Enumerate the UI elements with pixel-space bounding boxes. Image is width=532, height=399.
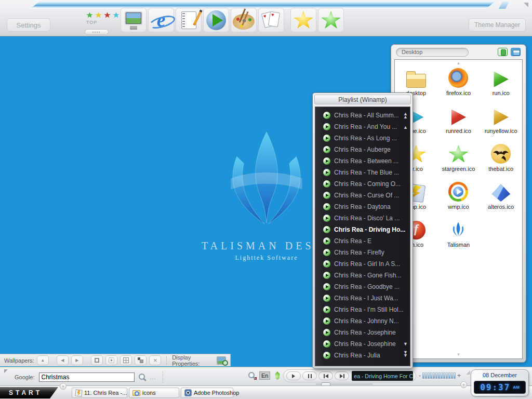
star-cyan-small-icon[interactable] [113, 12, 119, 18]
playlist-track[interactable]: Chris Rea - Girl In A S... [315, 258, 410, 270]
search-more-button[interactable]: ... [150, 374, 156, 380]
star-green-small-icon[interactable] [86, 12, 93, 18]
play-icon [323, 329, 330, 336]
desktop-icon-stargreen[interactable]: stargreen.ico [437, 143, 480, 172]
playlist-track[interactable]: Chris Rea - Firefly [315, 247, 410, 258]
card-game-icon [261, 10, 281, 30]
pause-button[interactable] [302, 371, 317, 380]
scroll-down-icon[interactable] [457, 353, 461, 357]
wallpaper-next-button[interactable] [71, 355, 83, 365]
desktop-icon-desktop[interactable]: desktop [395, 67, 437, 96]
play-button[interactable] [286, 371, 301, 380]
play-icon [323, 295, 330, 302]
scroll-bottom-icon[interactable] [403, 350, 408, 358]
scroll-top-icon[interactable] [403, 112, 408, 119]
notepad-launcher[interactable] [176, 8, 202, 32]
playlist-track[interactable]: Chris Rea - Josephine [315, 327, 410, 338]
playlist-track[interactable]: Chris Rea - All Summ... [315, 110, 410, 121]
playlist-track[interactable]: Chris Rea - Johnny N... [315, 315, 410, 327]
wallpaper-up-button[interactable] [37, 355, 49, 365]
cards-game-launcher[interactable] [258, 8, 284, 32]
internet-explorer-launcher[interactable] [148, 8, 174, 32]
task-winamp[interactable]: 11. Chris Rea -... [72, 388, 127, 398]
wallpaper-tile-button[interactable] [135, 355, 147, 365]
desktop-icon-run[interactable]: run.ico [480, 67, 522, 96]
seek-slider[interactable] [316, 383, 373, 385]
clock-panel[interactable]: 08 December 09:37 AM [471, 369, 529, 396]
toolbar-grip-handle[interactable] [85, 29, 109, 35]
wallpaper-none-button[interactable] [149, 355, 161, 365]
star-green-launcher[interactable] [318, 8, 344, 32]
volume-collapse-icon[interactable] [466, 370, 470, 375]
language-indicator[interactable]: En [259, 371, 270, 380]
next-button[interactable] [335, 371, 349, 380]
folder-icon [406, 74, 426, 88]
scroll-down-icon[interactable] [403, 342, 408, 347]
playlist-track[interactable]: Chris Rea - Coming O... [315, 178, 410, 190]
playlist-track[interactable]: Chris Rea - Gone Fish... [315, 270, 410, 281]
desktop-icon-wmp[interactable]: wmp.ico [437, 181, 480, 210]
paint-launcher[interactable] [231, 8, 257, 32]
fit-icon [109, 357, 114, 363]
playlist-track[interactable]: Chris Rea - The Blue ... [315, 167, 410, 178]
clock-grip-handle[interactable] [460, 381, 467, 388]
start-button[interactable]: START [0, 387, 58, 398]
playlist-track[interactable]: Chris Rea - I'm Still Hol... [315, 304, 410, 315]
settings-button[interactable]: Settings [7, 18, 50, 32]
task-icons-folder[interactable]: icons [129, 388, 179, 398]
wallpaper-prev-button[interactable] [57, 355, 69, 365]
playlist-track[interactable]: Chris Rea - And You ... [315, 121, 410, 132]
playlist-track[interactable]: Chris Rea - Daytona [315, 201, 410, 212]
playlist-track[interactable]: Chris Rea - Auberge [315, 144, 410, 155]
desktop-icon-alteros[interactable]: alteros.ico [480, 181, 522, 210]
panel-collapse-button[interactable] [511, 48, 521, 56]
taskbar-grip-handle[interactable] [60, 383, 66, 390]
scroll-up-icon[interactable] [403, 125, 408, 130]
bar-resize-icon[interactable] [4, 369, 8, 373]
display-properties-launcher[interactable] [121, 8, 147, 32]
playlist-track[interactable]: Chris Rea - Curse Of ... [315, 190, 410, 201]
wallpaper-stretch-button[interactable] [120, 355, 132, 365]
panel-view-button[interactable] [498, 48, 508, 56]
desktop-icon-talisman[interactable]: Talisman [437, 219, 480, 248]
next-icon [340, 374, 343, 378]
corner-resize-icon[interactable] [524, 3, 528, 7]
previous-button[interactable] [318, 371, 333, 380]
play-icon [323, 169, 330, 176]
volume-segments[interactable] [422, 373, 456, 379]
google-search-input[interactable] [39, 373, 135, 382]
media-player-launcher[interactable] [203, 8, 229, 32]
desktop-icon-thebat[interactable]: thebat.ico [480, 143, 522, 172]
desktop-icon-runred[interactable]: runred.ico [437, 105, 480, 134]
desktop-icon-firefox[interactable]: firefox.ico [437, 67, 480, 96]
playlist-track[interactable]: Chris Rea - E [315, 235, 410, 247]
star-yellow-launcher[interactable] [290, 8, 316, 32]
play-icon [323, 272, 330, 279]
playlist-track[interactable]: Chris Rea - Goodbye ... [315, 281, 410, 292]
task-photoshop[interactable]: Adobe Photoshop [181, 388, 233, 398]
volume-minus[interactable]: - [419, 372, 421, 379]
now-playing-text: ea - Driving Home For Ch [354, 371, 413, 381]
desktop-icon-runyellow[interactable]: runyellow.ico [480, 105, 522, 134]
search-icon[interactable] [139, 374, 146, 381]
star-red-small-icon[interactable] [104, 12, 111, 18]
playlist-track[interactable]: Chris Rea - Disco' La ... [315, 212, 410, 224]
playlist-track[interactable]: Chris Rea - I Just Wa... [315, 292, 410, 304]
playlist-track[interactable]: Chris Rea - As Long ... [315, 132, 410, 144]
find-icon[interactable] [248, 372, 256, 379]
wallpaper-fit-button[interactable] [105, 355, 117, 365]
playlist-track[interactable]: Chris Rea - Josephine [315, 338, 410, 350]
volume-plus[interactable]: + [457, 372, 461, 379]
leaf-icon[interactable] [274, 371, 281, 380]
play-icon [323, 237, 330, 245]
playlist-track[interactable]: Chris Rea - Between ... [315, 155, 410, 167]
desktop-panel-title[interactable]: Desktop [396, 48, 469, 57]
playlist-track-current[interactable]: Chris Rea - Driving Ho... [315, 224, 410, 235]
playlist-titlebar[interactable]: Playlist (Winamp) [314, 95, 411, 104]
wallpaper-center-button[interactable] [91, 355, 103, 365]
scroll-up-icon[interactable] [457, 61, 461, 65]
star-yellow-small-icon[interactable] [95, 12, 102, 18]
playlist-track[interactable]: Chris Rea - Julia [315, 350, 410, 361]
display-properties-icon[interactable] [217, 356, 226, 365]
theme-manager-button[interactable]: Theme Manager [469, 18, 526, 32]
